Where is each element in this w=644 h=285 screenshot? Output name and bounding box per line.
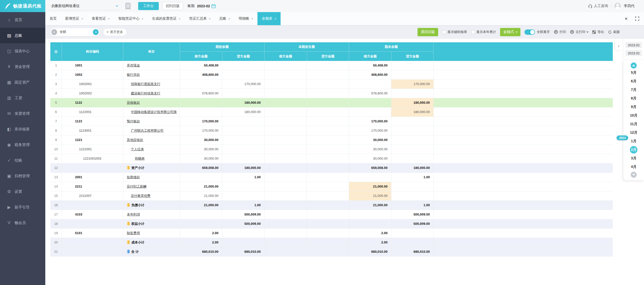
account-name-link[interactable]: 韩晓林 <box>135 157 145 160</box>
fullscreen-icon[interactable] <box>634 15 640 22</box>
sidebar-item-新手引导[interactable]: ▶新手引导 <box>0 199 45 215</box>
sidebar-item-固定资产[interactable]: ▦固定资产 <box>0 75 45 90</box>
sidebar-item-设置[interactable]: ⚙设置 <box>0 184 45 199</box>
sidebar-item-报表中心[interactable]: ◫报表中心 <box>0 43 45 59</box>
table-row[interactable]: 71123预付账款170,000.00170,000.00 <box>50 117 613 126</box>
table-row[interactable]: 16负债小计21,000.001.0021,000.001.00 <box>50 201 613 210</box>
table-row[interactable]: 51122应收账款180,000.00180,000.00 <box>50 98 613 108</box>
print-button[interactable]: 打印 <box>554 30 566 34</box>
table-row[interactable]: 12资产小计659,008.00180,000.00659,008.00180,… <box>50 163 613 173</box>
show-ytd-checkbox[interactable]: 显示本年累计 <box>471 30 496 34</box>
scroll-months-up-button[interactable] <box>631 62 637 68</box>
period-to[interactable]: 2023.02 <box>625 50 642 56</box>
table-row[interactable]: 174103本年利润500,009.00500,009.00 <box>50 210 613 219</box>
tab-明细账[interactable]: 明细账 <box>235 12 258 25</box>
sidebar-item-畅会员[interactable]: V畅会员 <box>0 215 45 231</box>
period-value[interactable]: 2023-02 <box>197 4 210 8</box>
table-settings-cell[interactable] <box>50 42 62 61</box>
user-name[interactable]: 李四代 <box>624 4 634 8</box>
show-aux-accounting-checkbox[interactable]: 显示辅助核算 <box>442 30 467 34</box>
workbench-button[interactable]: 工作台 <box>138 2 159 10</box>
table-row[interactable]: 21002银行存款408,600.00408,600.00 <box>50 70 613 80</box>
sidebar-item-库存核算[interactable]: ◧库存核算 <box>0 121 45 137</box>
account-name-link[interactable]: 银行存款 <box>127 73 140 77</box>
month-item-5月[interactable]: 5月 <box>623 68 644 77</box>
table-row[interactable]: 111221001003韩晓林30,000.0030,000.00 <box>50 154 613 163</box>
refresh-button[interactable]: 刷新 <box>608 30 620 34</box>
sidebar-item-资金管理[interactable]: ¥资金管理 <box>0 59 45 75</box>
month-item-4月[interactable]: 4月 <box>623 163 644 171</box>
month-item-2月[interactable]: 2月 <box>623 146 644 154</box>
expand-more-button[interactable]: 展开更多 <box>103 28 127 36</box>
table-row[interactable]: 152211007应付教育经费21,000.0021,000.00 <box>50 191 613 201</box>
table-row[interactable]: 41002002建设银行科技路支行578,600.00578,600.00 <box>50 89 613 98</box>
chevron-left-icon[interactable] <box>51 29 57 35</box>
tab-首页[interactable]: 首页 <box>45 12 61 25</box>
tab-查看凭证[interactable]: 查看凭证 <box>88 12 114 25</box>
tab-close-icon[interactable] <box>81 17 83 20</box>
company-select[interactable]: 勿删新锐网络通信 <box>49 2 120 10</box>
month-item-8月[interactable]: 8月 <box>623 94 644 103</box>
scope-filter[interactable]: 全部 <box>50 28 100 36</box>
table-row[interactable]: 195101制造费用2.002.00 <box>50 229 613 238</box>
avatar[interactable] <box>614 3 621 9</box>
support-button[interactable]: 人工咨询 <box>588 4 608 8</box>
account-name-link[interactable]: 库存现金 <box>127 63 140 67</box>
table-row[interactable]: 21合 计680,010.00680,010.00680,010.00680,0… <box>50 247 613 257</box>
back-old-version-button[interactable]: 退回旧版 <box>418 28 438 36</box>
amount-style-button[interactable]: 金额式 <box>500 28 520 36</box>
tab-总账[interactable]: 总账 <box>215 12 235 25</box>
switch-old-version-button[interactable]: 切到旧版 <box>162 2 183 10</box>
account-name-link[interactable]: 应付职工薪酬 <box>127 185 146 188</box>
tab-close-icon[interactable] <box>108 17 110 20</box>
gear-icon[interactable] <box>54 49 58 54</box>
tab-close-icon[interactable] <box>141 17 143 20</box>
table-row[interactable]: 31002001招商银行唐延路支行170,000.00170,000.00 <box>50 80 613 89</box>
sidebar-item-总账[interactable]: ▤总账 <box>0 28 45 43</box>
sidebar-item-发票管理[interactable]: ✉发票管理 <box>0 106 45 121</box>
tab-close-icon[interactable] <box>209 17 211 20</box>
account-name-link[interactable]: 应收账款 <box>127 101 140 104</box>
tab-close-icon[interactable] <box>274 17 276 20</box>
table-row[interactable]: 91221其他应收款30,000.0030,000.00 <box>50 135 613 145</box>
period-from[interactable]: 2023.02 <box>625 42 642 48</box>
tab-生成的发票凭证[interactable]: 生成的发票凭证 <box>148 12 185 25</box>
table-row[interactable]: 81123001广州联志工程有限公司170,000.00170,000.00 <box>50 126 613 135</box>
account-name-link[interactable]: 中国移动集团设计院有限公司陕 <box>131 110 177 114</box>
table-row[interactable]: 20成本小计2.002.00 <box>50 238 613 247</box>
table-row[interactable]: 11001库存现金50,408.0050,408.00 <box>50 61 613 70</box>
table-row[interactable]: 18权益小计500,009.00500,009.00 <box>50 219 613 229</box>
tab-close-icon[interactable] <box>228 17 230 20</box>
tab-close-icon[interactable] <box>179 17 181 20</box>
cloud-print-button[interactable]: 云打印 <box>570 30 588 34</box>
sidebar-item-首页[interactable]: ⌂首页 <box>0 12 45 28</box>
table-row[interactable]: 142211应付职工薪酬21,000.0021,000.00 <box>50 182 613 191</box>
account-name-link[interactable]: 应付教育经费 <box>131 194 150 198</box>
period-panel-collapse-button[interactable] <box>615 42 622 50</box>
month-item-6月[interactable]: 6月 <box>623 77 644 86</box>
tab-新增凭证[interactable]: 新增凭证 <box>61 12 88 25</box>
account-name-link[interactable]: 本年利润 <box>127 212 140 216</box>
account-name-link[interactable]: 制造费用 <box>127 231 140 235</box>
month-item-11月[interactable]: 11月 <box>623 120 644 128</box>
account-name-link[interactable]: 预付账款 <box>127 119 140 123</box>
sidebar-item-税务管理[interactable]: ◉税务管理 <box>0 137 45 153</box>
sidebar-item-工资[interactable]: ▥工资 <box>0 90 45 106</box>
calendar-icon[interactable] <box>211 4 216 8</box>
close-icon[interactable] <box>623 15 629 22</box>
tab-智能凭证中心[interactable]: 智能凭证中心 <box>114 12 148 25</box>
checkbox-icon[interactable] <box>471 30 475 34</box>
table-row[interactable]: 132001短期借款1.001.00 <box>50 173 613 182</box>
certificate-icon[interactable] <box>125 3 131 9</box>
account-name-link[interactable]: 其他应收款 <box>127 138 143 142</box>
month-item-3月[interactable]: 3月 <box>623 154 644 163</box>
account-name-link[interactable]: 个人往来 <box>131 147 144 151</box>
tab-凭证汇总表[interactable]: 凭证汇总表 <box>185 12 215 25</box>
account-name-link[interactable]: 广州联志工程有限公司 <box>131 129 164 132</box>
account-name-link[interactable]: 短期借款 <box>127 175 140 179</box>
tab-close-icon[interactable] <box>251 17 253 20</box>
checkbox-icon[interactable] <box>442 30 446 34</box>
sidebar-item-结账[interactable]: ✓结账 <box>0 153 45 168</box>
table-row[interactable]: 61122001中国移动集团设计院有限公司陕180,000.00180,000.… <box>50 108 613 117</box>
expand-all-toggle[interactable] <box>524 29 535 35</box>
